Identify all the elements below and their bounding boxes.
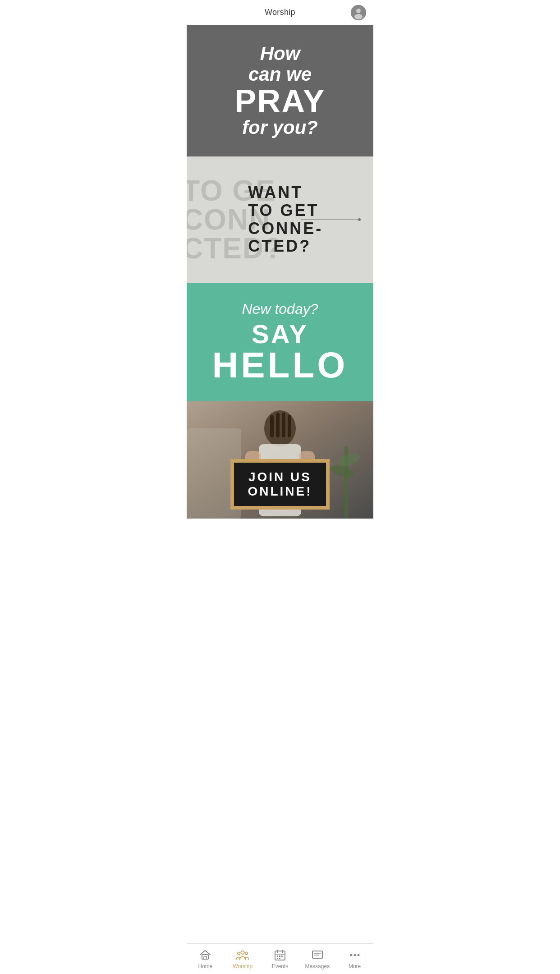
connect-divider-dot (358, 218, 361, 221)
page-title: Worship (265, 8, 295, 17)
pray-line2: can we (234, 64, 325, 85)
join-sign: JOIN US ONLINE! (230, 459, 330, 510)
svg-rect-7 (282, 413, 285, 437)
card-pray[interactable]: How can we PRAY for you? (187, 25, 373, 156)
pray-line4: for you? (234, 117, 325, 138)
join-line1: JOIN US (245, 470, 315, 484)
hello-line3: HELLO (212, 347, 348, 383)
svg-rect-8 (288, 415, 291, 437)
svg-point-2 (354, 14, 363, 19)
connect-line1: WANT (248, 184, 323, 202)
app-header: Worship (187, 0, 373, 25)
svg-point-1 (356, 9, 361, 13)
pray-line3: PRAY (234, 85, 325, 117)
svg-rect-6 (276, 413, 280, 437)
card-join[interactable]: JOIN US ONLINE! (187, 401, 373, 519)
connect-line2: TO GET (248, 202, 323, 220)
hello-line1: New today? (212, 301, 348, 317)
pray-line1: How (234, 43, 325, 64)
connect-line4: CTED? (248, 237, 323, 255)
svg-rect-5 (270, 415, 274, 437)
avatar-button[interactable] (351, 5, 366, 20)
card-hello[interactable]: New today? SAY HELLO (187, 283, 373, 401)
card-connect[interactable]: TO GE CONN CTED? WANT TO GET CONNE- CTED… (187, 156, 373, 283)
join-line2: ONLINE! (245, 484, 315, 499)
connect-line3: CONNE- (248, 220, 323, 238)
hello-line2: SAY (212, 321, 348, 347)
